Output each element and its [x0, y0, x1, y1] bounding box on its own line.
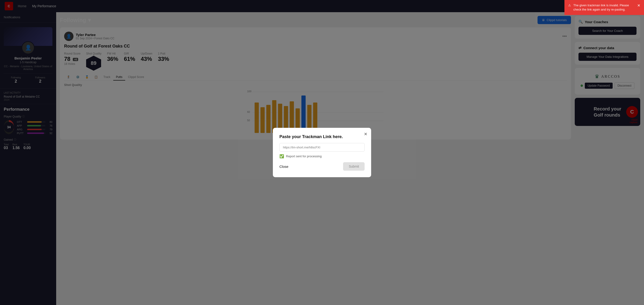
modal-close-button[interactable]: Close — [280, 164, 288, 168]
modal-actions: Close Submit — [280, 162, 364, 171]
trackman-modal: Paste your Trackman Link here. ✕ ✅ Repor… — [273, 128, 371, 177]
modal-overlay: Paste your Trackman Link here. ✕ ✅ Repor… — [0, 0, 644, 305]
modal-submit-button[interactable]: Submit — [343, 162, 364, 171]
error-toast: ⚠ The given trackman link is invalid. Pl… — [564, 0, 644, 15]
trackman-link-input[interactable] — [280, 143, 364, 152]
modal-close-x-button[interactable]: ✕ — [364, 132, 368, 137]
modal-status: ✅ Report sent for processing — [280, 154, 364, 158]
toast-close-button[interactable]: ✕ — [637, 3, 640, 8]
toast-message: The given trackman link is invalid. Plea… — [573, 3, 635, 12]
warning-icon: ⚠ — [568, 3, 571, 8]
check-icon: ✅ — [280, 154, 284, 158]
modal-title: Paste your Trackman Link here. — [280, 134, 364, 139]
